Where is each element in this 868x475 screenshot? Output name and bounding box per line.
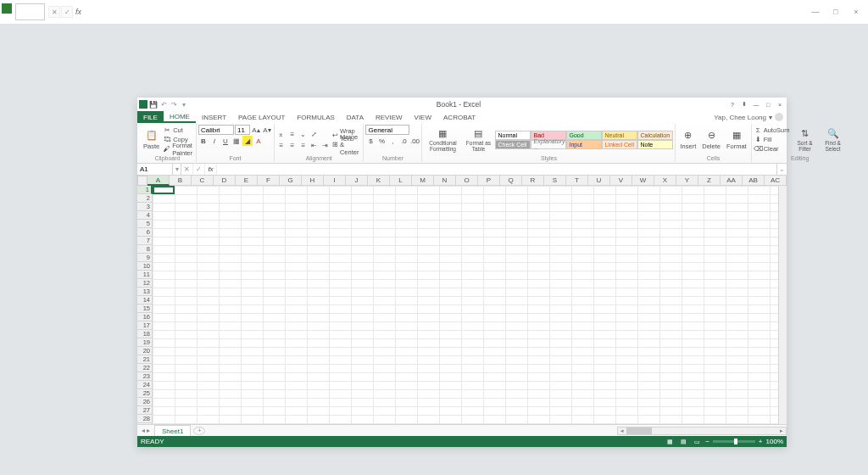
align-middle-icon[interactable]: ≡ xyxy=(287,129,298,139)
row-header-20[interactable]: 20 xyxy=(137,347,153,355)
col-header-V[interactable]: V xyxy=(610,176,632,186)
col-header-S[interactable]: S xyxy=(544,176,566,186)
align-bottom-icon[interactable]: ⌄ xyxy=(298,129,309,139)
col-header-K[interactable]: K xyxy=(368,176,390,186)
grow-font-icon[interactable]: A▴ xyxy=(251,125,261,135)
col-header-L[interactable]: L xyxy=(390,176,412,186)
view-normal-icon[interactable]: ▦ xyxy=(665,438,675,445)
number-format-select[interactable] xyxy=(365,125,409,135)
name-box-dropdown-icon[interactable]: ▾ xyxy=(173,164,181,175)
row-header-3[interactable]: 3 xyxy=(137,203,153,211)
row-header-24[interactable]: 24 xyxy=(137,381,153,389)
col-header-AB[interactable]: AB xyxy=(743,176,765,186)
align-center-icon[interactable]: ≡ xyxy=(287,140,298,150)
align-right-icon[interactable]: ≡ xyxy=(298,140,309,150)
outer-enter-icon[interactable]: ✓ xyxy=(61,6,73,18)
style-normal[interactable]: Normal xyxy=(495,131,531,140)
style-calculation[interactable]: Calculation xyxy=(637,131,673,140)
row-header-26[interactable]: 26 xyxy=(137,398,153,406)
ribbon-collapse-icon[interactable]: ⬍ xyxy=(739,100,749,109)
indent-dec-icon[interactable]: ⇤ xyxy=(309,140,320,150)
row-header-23[interactable]: 23 xyxy=(137,372,153,381)
style-good[interactable]: Good xyxy=(566,131,602,140)
percent-icon[interactable]: % xyxy=(376,136,387,146)
fb-enter-icon[interactable]: ✓ xyxy=(193,164,205,175)
format-cells-button[interactable]: ▦Format xyxy=(724,129,749,151)
align-left-icon[interactable]: ≡ xyxy=(276,140,287,150)
tab-formulas[interactable]: FORMULAS xyxy=(291,111,340,123)
fb-expand-icon[interactable]: ⌄ xyxy=(776,164,787,175)
save-icon[interactable]: 💾 xyxy=(149,100,158,109)
row-header-8[interactable]: 8 xyxy=(137,245,153,254)
row-header-12[interactable]: 12 xyxy=(137,279,153,288)
col-header-R[interactable]: R xyxy=(522,176,544,186)
border-button[interactable]: ▦ xyxy=(231,136,242,146)
row-header-21[interactable]: 21 xyxy=(137,355,153,364)
style-explanatory[interactable]: Explanatory ... xyxy=(531,140,566,149)
row-header-2[interactable]: 2 xyxy=(137,194,153,203)
autosum-button[interactable]: ΣAutoSum xyxy=(754,126,791,135)
horizontal-scrollbar[interactable]: ◂ ▸ xyxy=(617,427,787,435)
delete-cells-button[interactable]: ⊖Delete xyxy=(699,129,723,151)
fill-color-button[interactable]: ◢ xyxy=(242,136,253,146)
row-header-19[interactable]: 19 xyxy=(137,338,153,347)
row-header-9[interactable]: 9 xyxy=(137,254,153,262)
col-header-B[interactable]: B xyxy=(170,176,192,186)
format-painter-button[interactable]: 🖌Format Painter xyxy=(163,144,194,154)
select-all-button[interactable] xyxy=(137,176,147,186)
outer-maximize-button[interactable]: □ xyxy=(827,6,844,18)
style-neutral[interactable]: Neutral xyxy=(602,131,637,140)
row-header-6[interactable]: 6 xyxy=(137,228,153,237)
row-header-18[interactable]: 18 xyxy=(137,330,153,338)
tab-view[interactable]: VIEW xyxy=(409,111,437,123)
insert-cells-button[interactable]: ⊕Insert xyxy=(677,129,698,151)
row-header-13[interactable]: 13 xyxy=(137,288,153,296)
row-header-16[interactable]: 16 xyxy=(137,313,153,321)
maximize-button[interactable]: □ xyxy=(763,100,773,109)
outer-cancel-icon[interactable]: ✕ xyxy=(48,6,60,18)
indent-inc-icon[interactable]: ⇥ xyxy=(320,140,331,150)
sheet-nav[interactable]: ◂ ▸ xyxy=(137,427,154,434)
vertical-scrollbar[interactable] xyxy=(778,186,787,424)
col-header-AC[interactable]: AC xyxy=(765,176,787,186)
formula-input[interactable] xyxy=(217,164,776,175)
zoom-in-icon[interactable]: + xyxy=(759,438,763,445)
tab-acrobat[interactable]: ACROBAT xyxy=(437,111,481,123)
italic-button[interactable]: I xyxy=(209,136,220,146)
tab-page-layout[interactable]: PAGE LAYOUT xyxy=(232,111,291,123)
undo-icon[interactable]: ↶ xyxy=(159,101,168,109)
tab-file[interactable]: FILE xyxy=(137,111,164,123)
currency-icon[interactable]: $ xyxy=(365,136,376,146)
zoom-slider[interactable] xyxy=(713,440,755,443)
row-header-25[interactable]: 25 xyxy=(137,389,153,398)
col-header-C[interactable]: C xyxy=(192,176,214,186)
col-header-Z[interactable]: Z xyxy=(698,176,721,186)
row-header-22[interactable]: 22 xyxy=(137,364,153,372)
col-header-E[interactable]: E xyxy=(236,176,258,186)
conditional-formatting-button[interactable]: ▦Conditional Formatting xyxy=(424,126,461,153)
find-select-button[interactable]: 🔍Find & Select xyxy=(820,126,847,153)
row-header-5[interactable]: 5 xyxy=(137,220,153,228)
scroll-right-icon[interactable]: ▸ xyxy=(777,428,786,434)
cell-styles-gallery[interactable]: Normal Bad Good Neutral Calculation Chec… xyxy=(495,131,673,149)
clear-button[interactable]: ⌫Clear xyxy=(754,144,791,154)
tab-review[interactable]: REVIEW xyxy=(370,111,409,123)
col-header-W[interactable]: W xyxy=(632,176,654,186)
outer-minimize-button[interactable]: — xyxy=(807,6,824,18)
outer-name-box[interactable] xyxy=(15,3,45,20)
col-header-F[interactable]: F xyxy=(258,176,280,186)
sheet-tab-1[interactable]: Sheet1 xyxy=(154,425,191,436)
cut-button[interactable]: ✂Cut xyxy=(163,126,194,135)
view-page-break-icon[interactable]: ▭ xyxy=(692,438,702,445)
dec-decimal-icon[interactable]: .00 xyxy=(409,136,420,146)
add-sheet-button[interactable]: + xyxy=(193,427,205,435)
cells-area[interactable] xyxy=(153,186,778,424)
col-header-I[interactable]: I xyxy=(324,176,346,186)
row-header-28[interactable]: 28 xyxy=(137,415,153,423)
row-header-27[interactable]: 27 xyxy=(137,406,153,415)
view-page-layout-icon[interactable]: ▤ xyxy=(678,438,688,445)
zoom-out-icon[interactable]: − xyxy=(705,438,709,445)
col-header-X[interactable]: X xyxy=(654,176,676,186)
align-top-icon[interactable]: ⌅ xyxy=(276,129,287,139)
redo-icon[interactable]: ↷ xyxy=(170,101,178,109)
